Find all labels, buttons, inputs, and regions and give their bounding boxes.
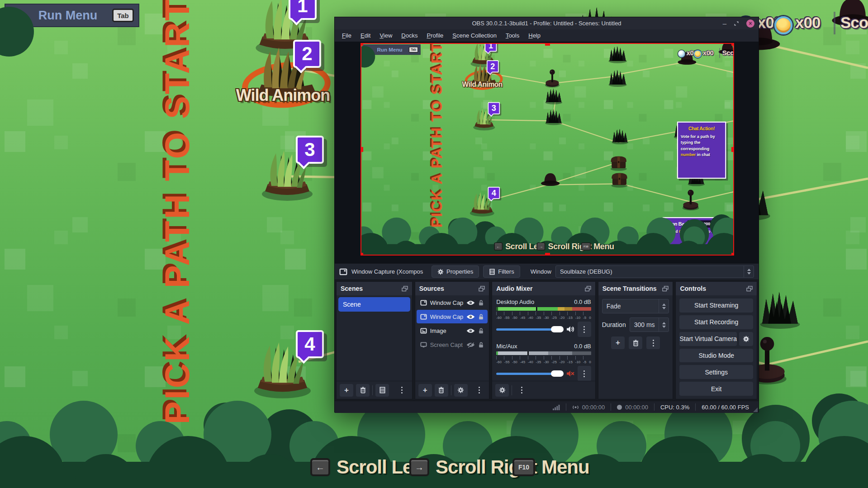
speaker-icon[interactable] bbox=[566, 326, 574, 333]
volume-slider-handle[interactable] bbox=[551, 370, 564, 377]
menu-help[interactable]: Help bbox=[524, 30, 545, 41]
cpu-value: CPU: 0.3% bbox=[660, 404, 689, 411]
advanced-audio-button[interactable] bbox=[495, 384, 509, 397]
window-capture-icon bbox=[420, 313, 427, 320]
transition-menu-button[interactable] bbox=[646, 336, 660, 349]
start-streaming-button[interactable]: Start Streaming bbox=[679, 298, 753, 313]
sources-menu-button[interactable] bbox=[472, 384, 486, 397]
menu-profile[interactable]: Profile bbox=[422, 30, 448, 41]
meter-ruler bbox=[496, 356, 591, 360]
channel-menu-button[interactable] bbox=[578, 322, 591, 337]
add-transition-button[interactable]: + bbox=[611, 336, 625, 349]
lock-icon[interactable] bbox=[478, 313, 484, 320]
source-row-hidden[interactable]: Screen Capt bbox=[417, 338, 488, 351]
menu-file[interactable]: File bbox=[337, 30, 356, 41]
volume-slider[interactable] bbox=[496, 373, 563, 375]
remove-source-button[interactable] bbox=[435, 384, 448, 397]
transition-select[interactable]: Fade bbox=[602, 299, 669, 313]
virtual-camera-settings-button[interactable] bbox=[739, 332, 753, 346]
resize-handle[interactable] bbox=[545, 253, 550, 256]
cpu-usage: CPU: 0.3% bbox=[655, 404, 695, 411]
remove-transition-button[interactable] bbox=[629, 336, 642, 349]
visibility-eye-icon[interactable] bbox=[466, 328, 475, 334]
speaker-muted-icon[interactable] bbox=[566, 370, 574, 377]
lock-icon[interactable] bbox=[478, 327, 484, 334]
minimize-button[interactable]: – bbox=[723, 21, 726, 26]
obs-preview-area[interactable]: 1 2 Wild Animon 3 4 PICK A PATH TO START… bbox=[335, 42, 759, 263]
mixer-menu-button[interactable] bbox=[515, 384, 528, 397]
window-select[interactable]: Soulblaze (DEBUG) bbox=[555, 265, 754, 278]
captured-source-preview[interactable]: 1 2 Wild Animon 3 4 PICK A PATH TO START… bbox=[360, 43, 734, 256]
meter-peak-tick bbox=[536, 307, 537, 311]
tab-keycap: Tab bbox=[112, 9, 134, 22]
add-scene-button[interactable]: + bbox=[340, 384, 353, 397]
menu-view[interactable]: View bbox=[375, 30, 397, 41]
resize-handle[interactable] bbox=[545, 43, 550, 46]
channel-menu-button[interactable] bbox=[578, 366, 591, 381]
popout-icon[interactable] bbox=[662, 286, 669, 292]
window-resize-grip[interactable] bbox=[753, 407, 758, 412]
source-row[interactable]: Window Cap bbox=[417, 296, 488, 309]
resize-handle[interactable] bbox=[360, 43, 363, 46]
scenes-menu-button[interactable] bbox=[395, 384, 409, 397]
menu-docks[interactable]: Docks bbox=[397, 30, 422, 41]
filters-button[interactable]: Filters bbox=[483, 265, 520, 278]
popout-icon[interactable] bbox=[746, 286, 753, 292]
visibility-eye-off-icon[interactable] bbox=[466, 342, 475, 348]
restore-button[interactable] bbox=[734, 21, 739, 26]
duration-spinbox[interactable]: 300 ms bbox=[630, 317, 669, 332]
resize-handle[interactable] bbox=[731, 147, 734, 152]
scenes-dock: Scenes Scene + bbox=[336, 281, 413, 399]
scene-list-item[interactable]: Scene bbox=[338, 297, 410, 312]
exit-button[interactable]: Exit bbox=[679, 382, 753, 396]
source-properties-button[interactable] bbox=[454, 384, 468, 397]
chat-action-panel: Chat Action! Vote for a path by typing t… bbox=[677, 122, 726, 179]
menu-control[interactable]: F10 Menu bbox=[512, 456, 589, 478]
chat-action-title: Chat Action! bbox=[681, 126, 722, 132]
volume-slider[interactable] bbox=[496, 328, 563, 331]
scene-filters-button[interactable] bbox=[375, 384, 389, 397]
pick-a-path-title: PICK A PATH TO START bbox=[157, 0, 204, 424]
f10-keycap: F10 bbox=[581, 242, 591, 250]
menu-scene-collection[interactable]: Scene Collection bbox=[448, 30, 501, 41]
popout-icon[interactable] bbox=[402, 286, 408, 292]
path-badge-1: 1 bbox=[485, 43, 497, 52]
settings-button[interactable]: Settings bbox=[679, 365, 753, 379]
popout-icon[interactable] bbox=[479, 286, 485, 292]
lock-icon[interactable] bbox=[478, 341, 484, 348]
resize-handle[interactable] bbox=[731, 43, 734, 46]
scroll-left-control[interactable]: ← Scroll Left bbox=[494, 242, 543, 251]
resize-handle[interactable] bbox=[360, 253, 363, 256]
resize-handle[interactable] bbox=[360, 147, 363, 152]
menu-control[interactable]: F10 Menu bbox=[581, 242, 614, 251]
obs-titlebar[interactable]: OBS 30.0.2.1-3build1 - Profile: Untitled… bbox=[335, 17, 759, 29]
add-source-button[interactable]: + bbox=[418, 384, 432, 397]
resize-handle[interactable] bbox=[731, 253, 734, 256]
score-value: Score: 0 bbox=[722, 49, 734, 57]
tab-keycap: Tab bbox=[409, 47, 418, 52]
menu-tools[interactable]: Tools bbox=[501, 30, 524, 41]
menu-edit[interactable]: Edit bbox=[356, 30, 375, 41]
duration-value: 300 ms bbox=[634, 321, 655, 328]
channel-name: Mic/Aux bbox=[496, 343, 517, 350]
path-badge-4: 4 bbox=[296, 330, 324, 358]
close-button[interactable]: × bbox=[746, 19, 754, 28]
remove-scene-button[interactable] bbox=[356, 384, 370, 397]
bush-blob bbox=[448, 218, 468, 238]
popout-icon[interactable] bbox=[585, 286, 591, 292]
visibility-eye-icon[interactable] bbox=[466, 314, 475, 320]
visibility-eye-icon[interactable] bbox=[466, 300, 475, 306]
f10-keycap: F10 bbox=[512, 458, 535, 476]
start-virtual-camera-button[interactable]: Start Virtual Camera bbox=[679, 332, 737, 346]
start-recording-button[interactable]: Start Recording bbox=[679, 315, 753, 329]
properties-button[interactable]: Properties bbox=[432, 265, 479, 278]
scene-transitions-dock: Scene Transitions Fade Duration 300 ms + bbox=[598, 281, 674, 399]
source-row-selected[interactable]: Window Cap bbox=[417, 310, 488, 323]
volume-slider-handle[interactable] bbox=[551, 326, 564, 332]
scroll-left-control[interactable]: ← Scroll Left bbox=[310, 456, 424, 478]
duration-label: Duration bbox=[602, 321, 626, 328]
studio-mode-button[interactable]: Studio Mode bbox=[679, 349, 753, 363]
wild-animon-label: Wild Animon bbox=[461, 81, 503, 89]
lock-icon[interactable] bbox=[478, 299, 484, 306]
source-row[interactable]: Image bbox=[417, 324, 488, 337]
